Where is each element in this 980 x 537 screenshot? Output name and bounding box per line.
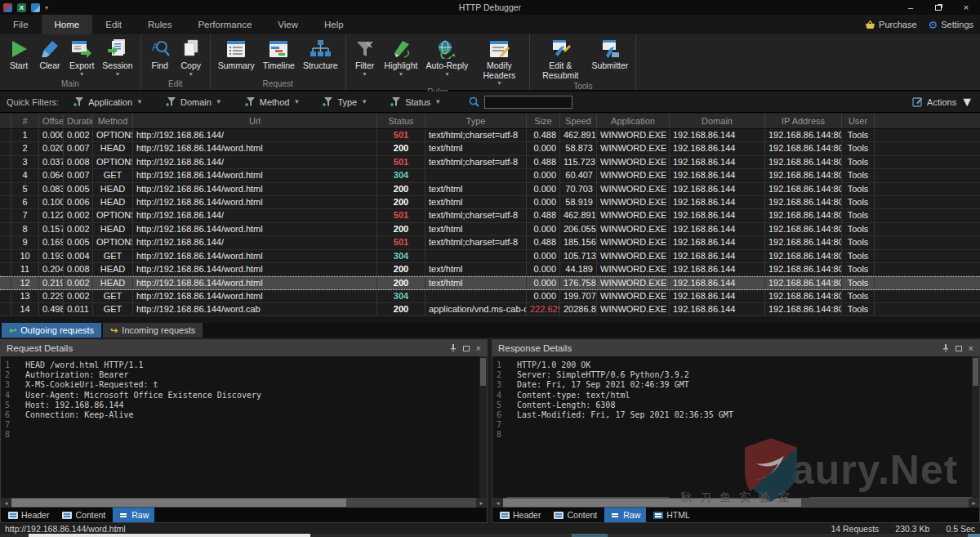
quick-filter-dropdown[interactable]: Status ▼ [390,96,441,107]
modify-headers-button[interactable]: Modify Headers▼ [474,36,524,87]
menu-performance[interactable]: Performance [185,15,265,34]
table-row[interactable]: 13 0.229 0.002 GET http://192.168.86.144… [0,290,980,303]
tab-incoming-requests[interactable]: ↪ Incoming requests [103,323,203,338]
table-row[interactable]: 2 0.020 0.007 HEAD http://192.168.86.144… [0,142,980,155]
response-vertical-scrollbar[interactable] [972,356,979,498]
request-vertical-scrollbar[interactable] [479,356,487,498]
pin-icon[interactable] [942,344,949,352]
copy-menu-caret-icon[interactable]: ▼ [188,71,194,78]
close-button[interactable]: × [952,0,980,15]
col-header-duration[interactable]: Duration [64,114,93,128]
menu-edit[interactable]: Edit [92,15,135,34]
quick-filter-dropdown[interactable]: Domain ▼ [166,96,222,107]
filter-button[interactable]: Filter ▼ [351,36,379,78]
maximize-panel-icon[interactable] [956,346,962,351]
bottom-blue-segment [968,534,980,537]
table-row[interactable]: 5 0.083 0.005 HEAD http://192.168.86.144… [0,183,980,196]
col-header-num[interactable]: # [11,114,39,128]
col-header-url[interactable]: Url [133,114,377,128]
maximize-panel-icon[interactable] [463,346,470,351]
table-row[interactable]: 1 0.000 0.002 OPTIONS http://192.168.86.… [0,129,980,142]
response-tab-raw[interactable]: Raw [604,508,646,522]
col-header-domain[interactable]: Domain [670,114,765,128]
table-row[interactable]: 10 0.193 0.004 GET http://192.168.86.144… [0,250,980,263]
purchase-button[interactable]: Purchase [865,20,916,29]
col-header-offset[interactable]: Offset [39,114,64,128]
quick-filter-dropdown[interactable]: Application ▼ [74,96,143,107]
copy-button[interactable]: Copy ▼ [177,36,205,78]
close-panel-icon[interactable]: × [969,344,973,352]
request-horizontal-scrollbar[interactable]: ◂ ▸ [1,498,487,508]
menu-file[interactable]: File [0,15,42,34]
col-header-method[interactable]: Method [93,114,133,128]
auto-reply-menu-caret-icon[interactable]: ▼ [444,71,450,78]
summary-button[interactable]: Summary [216,36,257,72]
settings-button[interactable]: ⚙ Settings [929,19,973,31]
clear-quick-icon[interactable] [31,3,40,12]
minimize-button[interactable]: – [897,0,924,15]
search-input[interactable] [484,96,572,109]
export-button[interactable]: Export ▼ [67,36,96,78]
restore-button[interactable] [924,0,952,15]
table-row[interactable]: 11 0.204 0.008 HEAD http://192.168.86.14… [0,263,980,276]
request-tab-header[interactable]: Header [2,508,55,522]
request-tab-raw[interactable]: Raw [113,508,154,522]
col-header-application[interactable]: Application [597,114,670,128]
auto-reply-button[interactable]: Auto-Reply ▼ [423,36,470,78]
scroll-left-icon[interactable]: ◂ [492,498,503,508]
col-header-user[interactable]: User [842,114,875,128]
table-row[interactable]: 8 0.157 0.002 HEAD http://192.168.86.144… [0,223,980,236]
response-tab-header[interactable]: Header [494,508,546,522]
modify-headers-menu-caret-icon[interactable]: ▼ [497,80,502,86]
table-row[interactable]: 7 0.122 0.002 OPTIONS http://192.168.86.… [0,209,980,222]
actions-dropdown[interactable]: Actions ▼ [912,95,973,110]
tab-outgoing-requests[interactable]: ↩ Outgoing requests [2,323,101,338]
qat-customize-caret-icon[interactable]: ▾ [45,4,48,11]
start-button[interactable]: Start [5,36,33,72]
table-row[interactable]: 4 0.064 0.007 GET http://192.168.86.144/… [0,169,980,182]
structure-button[interactable]: Structure [301,36,341,72]
menu-rules[interactable]: Rules [135,15,185,34]
col-header-type[interactable]: Type [425,114,527,128]
grid-header-row: # Offset Duration Method Url Status Type… [0,114,980,129]
submitter-button[interactable]: Submitter [589,36,630,72]
highlight-icon [391,37,411,61]
scroll-left-icon[interactable]: ◂ [1,498,11,508]
menu-help[interactable]: Help [311,15,357,34]
clear-button[interactable]: Clear [36,36,64,72]
pin-icon[interactable] [450,344,457,352]
col-header-status[interactable]: Status [377,114,425,128]
edit-resubmit-button[interactable]: Edit & Resubmit [535,36,586,81]
session-menu-caret-icon[interactable]: ▼ [115,71,121,78]
col-header-size[interactable]: Size [527,114,560,128]
excel-export-icon[interactable]: X [17,3,26,12]
response-raw-view[interactable]: 1HTTP/1.0 200 OK 2Server: SimpleHTTP/0.6… [492,356,979,498]
table-row[interactable]: 3 0.037 0.008 OPTIONS http://192.168.86.… [0,156,980,169]
response-tab-html[interactable]: HTML [648,508,696,522]
timeline-button[interactable]: Timeline [261,36,297,72]
quick-filter-dropdown[interactable]: Method ▼ [245,96,301,107]
col-header-speed[interactable]: Speed [560,114,597,128]
menu-home[interactable]: Home [42,15,93,34]
request-raw-view[interactable]: 1HEAD /word.html HTTP/1.1 2Authorization… [1,356,487,498]
col-header-ip[interactable]: IP Address [765,114,842,128]
session-button[interactable]: Session ▼ [100,36,135,78]
request-tab-content[interactable]: Content [56,508,111,522]
highlight-menu-caret-icon[interactable]: ▼ [399,71,404,78]
response-tab-content[interactable]: Content [548,508,603,522]
scroll-right-icon[interactable]: ▸ [969,498,979,508]
table-row[interactable]: 12 0.219 0.002 HEAD http://192.168.86.14… [0,276,980,289]
table-row[interactable]: 6 0.100 0.006 HEAD http://192.168.86.144… [0,196,980,209]
highlight-button[interactable]: Highlight ▼ [382,36,421,78]
close-panel-icon[interactable]: × [476,344,481,352]
table-row[interactable]: 14 0.498 0.011 GET http://192.168.86.144… [0,303,980,316]
request-details-titlebar: Request Details × [1,340,487,356]
scroll-right-icon[interactable]: ▸ [476,498,487,508]
filter-menu-caret-icon[interactable]: ▼ [362,71,368,78]
response-horizontal-scrollbar[interactable]: ◂ ▸ [492,498,979,508]
quick-filter-dropdown[interactable]: Type ▼ [323,96,368,107]
menu-view[interactable]: View [265,15,311,34]
table-row[interactable]: 9 0.169 0.005 OPTIONS http://192.168.86.… [0,236,980,249]
export-menu-caret-icon[interactable]: ▼ [79,71,85,78]
find-button[interactable]: A Find [146,36,174,72]
